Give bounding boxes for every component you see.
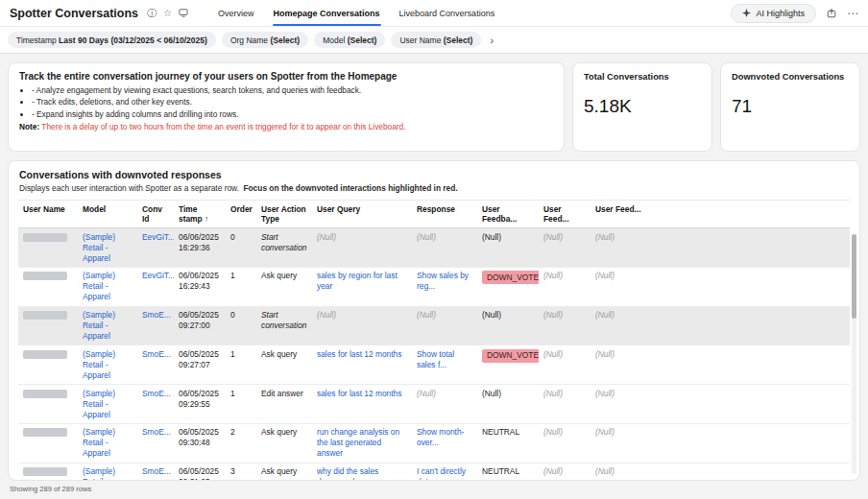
cell-user-query: (Null) (312, 306, 412, 345)
filters-scroll-right-icon[interactable]: › (487, 35, 496, 46)
cell-user-name (18, 267, 78, 306)
star-icon[interactable]: ☆ (163, 9, 172, 18)
cell-user-feedback: (Null) (477, 306, 539, 345)
filter-chip-value: (Select) (270, 36, 300, 45)
topbar: Spotter Conversations ⓘ ☆ OverviewHomepa… (0, 0, 868, 27)
present-icon[interactable] (179, 9, 188, 17)
filter-chip-label: User Name (399, 36, 443, 45)
cell-model[interactable]: (Sample) Retail - Apparel (78, 228, 137, 268)
export-icon[interactable] (827, 9, 836, 18)
more-menu-icon[interactable]: ⋯ (847, 8, 858, 19)
cell-user-query[interactable]: sales for last 12 months (312, 345, 412, 385)
table-row[interactable]: (Sample) Retail - ApparelSmoE...06/05/20… (18, 385, 850, 424)
cell-user-feedback-3: (Null) (591, 228, 646, 268)
cell-filler (646, 345, 850, 385)
cell-user-query[interactable]: sales for last 12 months (312, 385, 412, 424)
column-header-user-feed[interactable]: User Feed... (539, 201, 591, 228)
cell-filler (646, 228, 850, 268)
sort-ascending-icon: ↑ (203, 214, 209, 224)
kpi-value: 71 (732, 96, 849, 117)
cell-order: 0 (226, 228, 256, 268)
cell-model[interactable]: (Sample) Retail - Apparel (78, 385, 137, 424)
main-content: Track the entire conversation journey of… (0, 54, 868, 497)
cell-user-feedback-3: (Null) (591, 463, 646, 481)
filter-chip-user-name[interactable]: User Name (Select) (391, 32, 481, 48)
cell-model[interactable]: (Sample) Retail - Apparel (78, 345, 137, 385)
table-scrollbar[interactable] (852, 234, 856, 474)
cell-conv-id[interactable]: SmoE... (137, 345, 174, 385)
cell-model[interactable]: (Sample) Retail - Apparel (78, 267, 137, 306)
cell-user-feedback-2: (Null) (539, 423, 591, 463)
redacted-user-name (23, 233, 67, 242)
column-header-user-feedba[interactable]: User Feedba... (477, 201, 539, 228)
cell-user-query[interactable]: run change analysis on the last generate… (312, 423, 412, 463)
table-row[interactable]: (Sample) Retail - ApparelSmoE...06/05/20… (18, 463, 850, 481)
kpi-downvoted-conversations[interactable]: Downvoted Conversations 71 (720, 62, 860, 152)
cell-response: (Null) (412, 306, 477, 345)
cell-conv-id[interactable]: SmoE... (137, 385, 174, 424)
cell-filler (646, 306, 850, 345)
cell-response: (Null) (412, 228, 477, 268)
column-header-user-action-type[interactable]: User Action Type (256, 201, 312, 228)
table-row[interactable]: (Sample) Retail - ApparelEevGiT...06/06/… (18, 228, 850, 268)
cell-user-feedback-2: (Null) (539, 228, 591, 268)
table-card: Conversations with downvoted responses D… (8, 160, 860, 481)
column-header-user-feed[interactable]: User Feed... (591, 201, 646, 228)
cell-conv-id[interactable]: SmoE... (137, 463, 174, 481)
cell-user-feedback: DOWN_VOTE (477, 345, 539, 385)
column-header-order[interactable]: Order (226, 201, 256, 228)
cell-conv-id[interactable]: EevGiT... (137, 267, 174, 306)
ai-highlights-button[interactable]: AI Highlights (731, 4, 816, 23)
cell-user-feedback-3: (Null) (591, 345, 646, 385)
table-row[interactable]: (Sample) Retail - ApparelSmoE...06/05/20… (18, 345, 850, 385)
filter-chip-value: Last 90 Days (03/12/2025 < 06/10/2025) (59, 36, 207, 45)
cell-model[interactable]: (Sample) Retail - Apparel (78, 306, 137, 345)
scrollbar-thumb[interactable] (852, 234, 856, 319)
table-subtitle-emphasis: Focus on the downvoted interactions high… (243, 183, 457, 193)
filter-chip-org-name[interactable]: Org Name (Select) (222, 32, 308, 48)
filter-chip-timestamp[interactable]: Timestamp Last 90 Days (03/12/2025 < 06/… (8, 32, 216, 48)
column-header-model[interactable]: Model (78, 201, 137, 228)
tab-homepage-conversations[interactable]: Homepage Conversations (264, 0, 390, 26)
cell-filler (646, 385, 850, 424)
table-row[interactable]: (Sample) Retail - ApparelSmoE...06/05/20… (18, 423, 850, 463)
info-bullet: - Expand insights by adding columns and … (32, 108, 553, 120)
table-row[interactable]: (Sample) Retail - ApparelSmoE...06/05/20… (18, 306, 850, 345)
column-header-response[interactable]: Response (412, 201, 477, 228)
filter-bar: Timestamp Last 90 Days (03/12/2025 < 06/… (0, 27, 868, 54)
cell-model[interactable]: (Sample) Retail - Apparel (78, 463, 137, 481)
cell-response[interactable]: Show sales by reg... (412, 267, 477, 306)
cell-user-query[interactable]: sales by region for last year (312, 267, 412, 306)
cell-user-query[interactable]: why did the sales decreased (312, 463, 412, 481)
info-note: Note: There is a delay of up to two hour… (19, 122, 553, 133)
cell-conv-id[interactable]: SmoE... (137, 423, 174, 463)
column-header-user-name[interactable]: User Name (18, 201, 78, 228)
cell-response: (Null) (412, 385, 477, 424)
column-header-conv-id[interactable]: Conv Id (137, 201, 174, 228)
cell-user-feedback: (Null) (477, 228, 539, 268)
table-row[interactable]: (Sample) Retail - ApparelEevGiT...06/06/… (18, 267, 850, 306)
cell-model[interactable]: (Sample) Retail - Apparel (78, 423, 137, 463)
cell-conv-id[interactable]: EevGiT... (137, 228, 174, 268)
tab-overview[interactable]: Overview (208, 0, 264, 26)
cell-response[interactable]: Show month-over... (412, 423, 477, 463)
cell-conv-id[interactable]: SmoE... (137, 306, 174, 345)
downvote-badge: DOWN_VOTE (482, 349, 539, 363)
cell-filler (646, 423, 850, 463)
info-icon[interactable]: ⓘ (147, 9, 157, 18)
column-header-time-stamp[interactable]: Time stamp ↑ (174, 201, 226, 228)
filter-chip-model[interactable]: Model (Select) (314, 32, 385, 48)
cell-user-feedback-2: (Null) (539, 267, 591, 306)
cell-user-feedback-2: (Null) (539, 306, 591, 345)
topbar-left: Spotter Conversations ⓘ ☆ OverviewHomepa… (10, 0, 504, 26)
cell-user-action-type: Edit answer (256, 385, 312, 424)
cell-response[interactable]: I can't directly det... (412, 463, 477, 481)
cell-user-feedback-2: (Null) (539, 463, 591, 481)
ai-highlights-label: AI Highlights (756, 9, 805, 18)
kpi-total-conversations[interactable]: Total Conversations 5.18K (572, 62, 712, 152)
column-header-user-query[interactable]: User Query (312, 201, 412, 228)
cell-response[interactable]: Show total sales f... (412, 345, 477, 385)
cell-user-name (18, 423, 78, 463)
cell-order: 3 (226, 463, 256, 481)
tab-liveboard-conversations[interactable]: Liveboard Conversations (390, 0, 505, 26)
